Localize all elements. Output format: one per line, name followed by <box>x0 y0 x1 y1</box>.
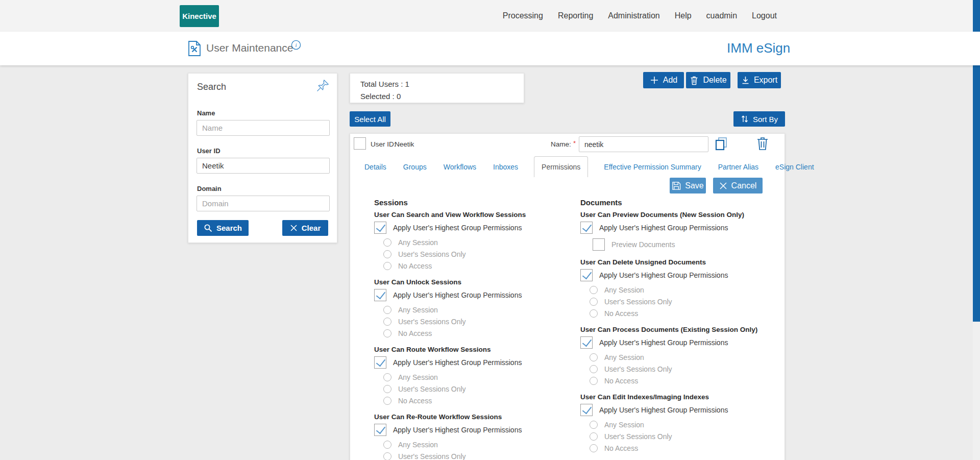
permission-group-title: User Can Preview Documents (New Session … <box>580 210 779 219</box>
tab-workflows[interactable]: Workflows <box>443 157 477 177</box>
permission-option-label: Any Session <box>604 286 644 294</box>
permission-group: User Can Preview Documents (New Session … <box>580 210 779 252</box>
add-button[interactable]: Add <box>643 72 684 88</box>
tab-details[interactable]: Details <box>363 157 387 177</box>
apply-permissions-label: Apply User's Highest Group Permissions <box>393 358 522 367</box>
tab-groups[interactable]: Groups <box>402 157 428 177</box>
tab-esign-client[interactable]: eSign Client <box>774 157 815 177</box>
permission-option-label: Any Session <box>398 306 438 314</box>
user-record-card: User ID: Neetik Name: * Details Groups W… <box>350 133 785 460</box>
top-nav: Kinective Processing Reporting Administr… <box>0 0 980 32</box>
user-name-input[interactable] <box>579 136 708 152</box>
select-all-button[interactable]: Select All <box>350 111 390 127</box>
sort-by-button[interactable]: Sort By <box>733 111 785 127</box>
cancel-x-icon <box>719 182 727 190</box>
nav-item-cuadmin[interactable]: cuadmin <box>706 11 737 20</box>
userid-search-input[interactable] <box>197 158 330 174</box>
plus-icon <box>650 76 659 85</box>
clear-button[interactable]: Clear <box>282 220 328 236</box>
user-count-summary: Total Users : 1 Selected : 0 <box>350 73 524 103</box>
apply-group-permissions-checkbox[interactable] <box>580 222 593 234</box>
apply-permissions-label: Apply User's Highest Group Permissions <box>599 224 728 232</box>
page-title: User Maintenance <box>206 42 293 54</box>
info-icon[interactable]: i <box>291 40 301 50</box>
copy-icon[interactable] <box>714 136 728 152</box>
nav-item-help[interactable]: Help <box>675 11 692 20</box>
radio-user-s-sessions-only[interactable] <box>590 298 598 306</box>
kinective-logo[interactable]: Kinective <box>180 5 219 27</box>
pin-icon[interactable] <box>315 79 330 93</box>
permission-option-row: Any Session <box>383 304 573 316</box>
permissions-section-heading: Sessions <box>374 198 573 207</box>
permission-option-label: User's Sessions Only <box>398 318 466 326</box>
preview-documents-checkbox[interactable] <box>593 238 605 251</box>
permission-option-label: Any Session <box>398 238 438 247</box>
save-button[interactable]: Save <box>670 178 706 193</box>
radio-any-session[interactable] <box>383 373 391 381</box>
apply-permissions-label: Apply User's Highest Group Permissions <box>599 406 728 414</box>
apply-permissions-row: Apply User's Highest Group Permissions <box>374 356 573 369</box>
delete-button[interactable]: Delete <box>686 72 730 88</box>
apply-group-permissions-checkbox[interactable] <box>374 356 386 369</box>
apply-group-permissions-checkbox[interactable] <box>374 222 386 234</box>
apply-group-permissions-checkbox[interactable] <box>580 404 593 416</box>
name-search-input[interactable] <box>197 120 330 136</box>
tab-effective-permission-summary[interactable]: Effective Permission Summary <box>603 157 702 177</box>
svg-text:i: i <box>295 42 297 48</box>
permission-group: User Can Route Workflow SessionsApply Us… <box>374 345 573 406</box>
permission-option-row: No Access <box>383 395 573 406</box>
permission-option-label: User's Sessions Only <box>398 452 466 460</box>
nav-item-processing[interactable]: Processing <box>503 11 543 20</box>
radio-user-s-sessions-only[interactable] <box>590 432 598 441</box>
radio-no-access[interactable] <box>590 309 598 318</box>
required-asterisk: * <box>573 139 576 147</box>
tab-inboxes[interactable]: Inboxes <box>492 157 519 177</box>
radio-user-s-sessions-only[interactable] <box>383 318 391 326</box>
radio-any-session[interactable] <box>383 441 391 449</box>
clear-x-icon <box>290 224 298 232</box>
nav-item-logout[interactable]: Logout <box>752 11 777 20</box>
trash-icon <box>690 76 699 85</box>
radio-user-s-sessions-only[interactable] <box>590 365 598 373</box>
domain-search-input[interactable] <box>197 196 330 211</box>
vertical-scrollbar <box>973 0 980 460</box>
cancel-button[interactable]: Cancel <box>713 178 763 193</box>
permissions-column-documents: DocumentsUser Can Preview Documents (New… <box>580 198 779 460</box>
tab-partner-alias[interactable]: Partner Alias <box>717 157 760 177</box>
radio-user-s-sessions-only[interactable] <box>383 385 391 393</box>
selected-count-text: Selected : 0 <box>360 92 513 101</box>
nav-item-administration[interactable]: Administration <box>608 11 659 20</box>
permission-option-row: User's Sessions Only <box>383 450 573 460</box>
radio-no-access[interactable] <box>383 329 391 337</box>
tab-permissions[interactable]: Permissions <box>534 156 588 177</box>
permission-option-row: Any Session <box>590 419 779 430</box>
radio-no-access[interactable] <box>590 377 598 385</box>
radio-any-session[interactable] <box>383 238 391 247</box>
apply-group-permissions-checkbox[interactable] <box>374 424 386 436</box>
apply-group-permissions-checkbox[interactable] <box>580 336 593 349</box>
radio-any-session[interactable] <box>383 306 391 314</box>
radio-any-session[interactable] <box>590 286 598 294</box>
apply-permissions-row: Apply User's Highest Group Permissions <box>374 423 573 437</box>
apply-group-permissions-checkbox[interactable] <box>374 289 386 301</box>
delete-user-icon[interactable] <box>756 136 770 152</box>
radio-no-access[interactable] <box>590 444 598 452</box>
permission-option-label: No Access <box>398 329 432 337</box>
radio-any-session[interactable] <box>590 353 598 361</box>
name-field-label: Name <box>197 109 215 117</box>
radio-no-access[interactable] <box>383 262 391 270</box>
permission-option-row: No Access <box>590 442 779 454</box>
user-row-checkbox[interactable] <box>354 137 366 150</box>
radio-user-s-sessions-only[interactable] <box>383 250 391 258</box>
apply-permissions-row: Apply User's Highest Group Permissions <box>580 336 779 349</box>
apply-group-permissions-checkbox[interactable] <box>580 269 593 281</box>
permissions-section-heading: Documents <box>580 198 779 207</box>
permission-option-label: User's Sessions Only <box>398 250 466 258</box>
radio-any-session[interactable] <box>590 421 598 429</box>
radio-no-access[interactable] <box>383 397 391 405</box>
radio-user-s-sessions-only[interactable] <box>383 452 391 460</box>
nav-item-reporting[interactable]: Reporting <box>558 11 593 20</box>
search-button[interactable]: Search <box>197 220 249 236</box>
export-button[interactable]: Export <box>738 72 781 88</box>
permission-option-row: Any Session <box>383 236 573 248</box>
